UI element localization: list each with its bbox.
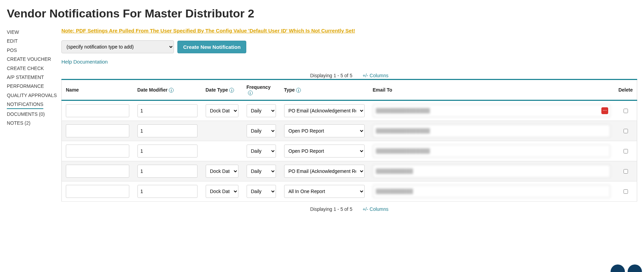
col-date-type: Date Typei <box>202 80 243 100</box>
date-modifier-input[interactable] <box>137 165 197 178</box>
delete-checkbox[interactable] <box>624 149 628 153</box>
sidebar-item-a-p-statement[interactable]: A/P STATEMENT <box>7 73 58 82</box>
col-delete: Delete <box>614 80 637 100</box>
frequency-select[interactable]: Daily <box>247 124 276 137</box>
table-row: DailyPO Email (Acknowledgement Request)O… <box>62 121 637 141</box>
sidebar-item-view[interactable]: VIEW <box>7 28 58 37</box>
col-date-type-label: Date Type <box>206 87 228 93</box>
info-icon[interactable]: i <box>248 91 253 95</box>
email-more-icon[interactable]: ⋯ <box>601 107 608 114</box>
sidebar-item-notes-2-[interactable]: NOTES (2) <box>7 119 58 127</box>
date-modifier-input[interactable] <box>137 145 197 158</box>
frequency-select[interactable]: Daily <box>247 104 276 117</box>
displaying-text-bottom: Displaying 1 - 5 of 5 <box>310 206 352 212</box>
name-input[interactable] <box>66 104 129 117</box>
sidebar-item-quality-approvals[interactable]: QUALITY APPROVALS <box>7 91 58 100</box>
col-type-label: Type <box>284 87 295 93</box>
sidebar-item-notifications[interactable]: NOTIFICATIONS <box>7 100 43 109</box>
sidebar: VIEWEDITPOSCREATE VOUCHERCREATE CHECKA/P… <box>7 28 61 127</box>
notification-type-select[interactable]: (specify notification type to add) <box>61 40 174 53</box>
date-modifier-input[interactable] <box>137 185 197 198</box>
sidebar-item-performance[interactable]: PERFORMANCE <box>7 82 58 91</box>
name-input[interactable] <box>66 124 129 137</box>
email-to-input[interactable] <box>373 124 610 137</box>
type-select[interactable]: PO Email (Acknowledgement Request)Open P… <box>284 104 365 117</box>
date-modifier-input[interactable] <box>137 104 197 117</box>
type-select[interactable]: PO Email (Acknowledgement Request)Open P… <box>284 145 365 158</box>
type-select[interactable]: PO Email (Acknowledgement Request)Open P… <box>284 185 365 198</box>
info-icon[interactable]: i <box>229 88 234 93</box>
delete-checkbox[interactable] <box>624 169 628 174</box>
frequency-select[interactable]: Daily <box>247 165 276 178</box>
help-documentation-link[interactable]: Help Documentation <box>61 59 108 65</box>
add-notification-controls: (specify notification type to add) Creat… <box>61 40 637 53</box>
table-header-row: Name Date Modifieri Date Typei Frequency… <box>62 80 637 100</box>
main-content: Note: PDF Settings Are Pulled From The U… <box>61 28 637 213</box>
delete-checkbox[interactable] <box>624 129 628 133</box>
table-row: Dock DateDailyPO Email (Acknowledgement … <box>62 100 637 121</box>
info-icon[interactable]: i <box>296 88 301 93</box>
name-input[interactable] <box>66 185 129 198</box>
notifications-table: Name Date Modifieri Date Typei Frequency… <box>61 79 637 202</box>
create-notification-button[interactable]: Create New Notification <box>177 41 246 53</box>
columns-toggle-link-bottom[interactable]: +/- Columns <box>363 206 389 212</box>
date-type-select[interactable]: Dock Date <box>206 165 238 178</box>
date-type-select[interactable]: Dock Date <box>206 185 238 198</box>
date-modifier-input[interactable] <box>137 124 197 137</box>
info-icon[interactable]: i <box>169 88 174 93</box>
sidebar-item-create-check[interactable]: CREATE CHECK <box>7 64 58 73</box>
col-frequency-label: Frequency <box>247 84 271 90</box>
frequency-select[interactable]: Daily <box>247 145 276 158</box>
sidebar-list: VIEWEDITPOSCREATE VOUCHERCREATE CHECKA/P… <box>7 28 58 127</box>
email-to-input[interactable] <box>373 165 610 178</box>
type-select[interactable]: PO Email (Acknowledgement Request)Open P… <box>284 124 365 137</box>
columns-toggle-link-top[interactable]: +/- Columns <box>363 73 389 78</box>
delete-checkbox[interactable] <box>624 109 628 113</box>
type-select[interactable]: PO Email (Acknowledgement Request)Open P… <box>284 165 365 178</box>
table-row: Dock DateDailyPO Email (Acknowledgement … <box>62 161 637 181</box>
date-type-select[interactable]: Dock Date <box>206 104 238 117</box>
table-bottom-bar: Displaying 1 - 5 of 5 +/- Columns <box>61 206 637 212</box>
col-type: Typei <box>280 80 369 100</box>
email-to-input[interactable] <box>373 104 610 117</box>
email-to-input[interactable] <box>373 185 610 198</box>
table-top-bar: Displaying 1 - 5 of 5 +/- Columns <box>61 73 637 78</box>
table-body: Dock DateDailyPO Email (Acknowledgement … <box>62 100 637 202</box>
col-email-to: Email To <box>369 80 614 100</box>
col-date-modifier: Date Modifieri <box>133 80 202 100</box>
name-input[interactable] <box>66 165 129 178</box>
sidebar-item-pos[interactable]: POS <box>7 46 58 55</box>
sidebar-item-documents-0-[interactable]: DOCUMENTS (0) <box>7 110 58 119</box>
email-to-input[interactable] <box>373 145 610 158</box>
sidebar-item-create-voucher[interactable]: CREATE VOUCHER <box>7 55 58 64</box>
name-input[interactable] <box>66 145 129 158</box>
col-frequency: Frequencyi <box>243 80 280 100</box>
col-name: Name <box>62 80 133 100</box>
col-name-label: Name <box>66 87 79 93</box>
frequency-select[interactable]: Daily <box>247 185 276 198</box>
table-row: DailyPO Email (Acknowledgement Request)O… <box>62 141 637 161</box>
delete-checkbox[interactable] <box>624 189 628 194</box>
col-email-to-label: Email To <box>373 87 392 93</box>
col-date-modifier-label: Date Modifier <box>137 87 168 93</box>
config-warning[interactable]: Note: PDF Settings Are Pulled From The U… <box>61 28 637 33</box>
sidebar-item-edit[interactable]: EDIT <box>7 37 58 45</box>
col-delete-label: Delete <box>618 87 633 93</box>
displaying-text-top: Displaying 1 - 5 of 5 <box>310 73 352 78</box>
table-row: Dock DateDailyPO Email (Acknowledgement … <box>62 181 637 202</box>
page-title: Vendor Notifications For Master Distribu… <box>7 7 637 20</box>
